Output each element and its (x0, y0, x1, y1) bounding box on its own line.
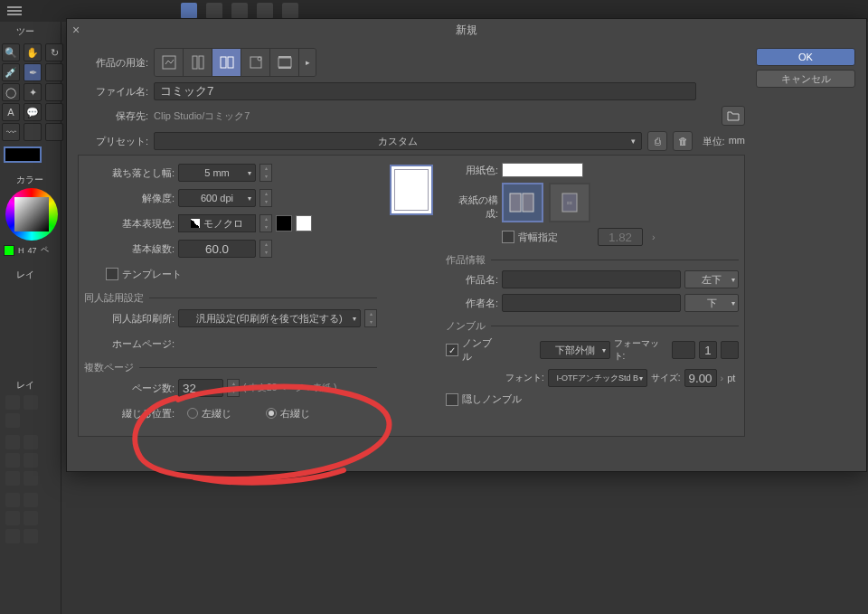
hidden-nombre-checkbox[interactable] (446, 393, 458, 406)
page-preview (390, 165, 433, 215)
tool-magnify-icon[interactable]: 🔍 (2, 43, 20, 61)
doujin-print-select[interactable]: 汎用設定(印刷所を後で指定する) (178, 309, 361, 327)
doujin-print-spinner[interactable]: ▴▾ (364, 309, 377, 327)
preset-save-button[interactable]: ⎙ (647, 131, 667, 151)
font-size-input[interactable] (684, 369, 717, 387)
tool-wand-icon[interactable]: ✦ (24, 83, 42, 101)
tool-grid: 🔍 ✋ ↻ 💉 ✒ ◯ ✦ A 💬 〰 (0, 42, 61, 143)
bleed-spinner[interactable]: ▴▾ (259, 164, 272, 182)
browse-folder-button[interactable] (722, 106, 745, 126)
purpose-more-icon[interactable]: ▸ (299, 49, 316, 76)
sub-color-swatch[interactable] (4, 245, 14, 256)
filename-input[interactable] (154, 82, 696, 100)
layer-btn-1[interactable] (5, 395, 20, 410)
work-name-input[interactable] (502, 270, 681, 288)
toolbar-icon-5[interactable] (282, 3, 298, 19)
bleed-select[interactable]: 5 mm (178, 164, 256, 182)
preset-label: プリセット: (78, 135, 148, 148)
tool-brush-icon[interactable]: 〰 (2, 123, 20, 141)
purpose-comic-icon[interactable] (212, 49, 241, 76)
template-checkbox[interactable] (106, 268, 118, 280)
cover-option-spread[interactable] (502, 183, 543, 222)
font-select[interactable]: I-OTFアンチックStd B (548, 369, 647, 387)
color-black-swatch[interactable] (276, 215, 292, 231)
tool-balloon-icon[interactable]: 💬 (24, 103, 42, 121)
layer-btn-12[interactable] (5, 511, 20, 525)
cover-label: 表紙の構成: (446, 183, 498, 221)
spine-more-icon[interactable]: › (652, 231, 656, 242)
layer-btn-4[interactable] (5, 435, 20, 449)
page-count-input[interactable] (178, 379, 223, 397)
layer-btn-3[interactable] (5, 413, 20, 428)
tool-lasso-icon[interactable]: ◯ (2, 83, 20, 101)
menu-hamburger-icon[interactable] (7, 4, 22, 18)
size-more-icon[interactable]: › (721, 373, 724, 383)
preset-delete-button[interactable]: 🗑 (673, 131, 693, 151)
cancel-button[interactable]: キャンセル (756, 70, 855, 88)
color-mode-select[interactable]: モノクロ (178, 214, 256, 232)
resolution-select[interactable]: 600 dpi (178, 189, 256, 207)
tool-rotate-icon[interactable]: ↻ (45, 43, 63, 61)
layer-btn-2[interactable] (24, 395, 38, 410)
tool-empty-4[interactable] (24, 123, 42, 141)
layer-btn-5[interactable] (24, 435, 38, 449)
work-name-label: 作品名: (446, 273, 498, 287)
paper-color-swatch[interactable] (502, 163, 583, 177)
spine-checkbox[interactable] (502, 231, 514, 243)
color-mode-spinner[interactable]: ▴▾ (259, 214, 272, 232)
line-count-label: 基本線数: (84, 242, 175, 256)
layer-btn-15[interactable] (24, 529, 38, 543)
tool-eyedropper-icon[interactable]: 💉 (2, 63, 20, 81)
toolbar-icon-4[interactable] (257, 3, 273, 19)
tool-hand-icon[interactable]: ✋ (24, 43, 42, 61)
color-white-swatch[interactable] (296, 215, 312, 231)
tool-empty-5[interactable] (45, 123, 63, 141)
nombre-position-select[interactable]: 下部外側 (540, 341, 610, 359)
toolbar-icon-3[interactable] (231, 3, 248, 19)
purpose-illustration-icon[interactable] (155, 49, 184, 76)
purpose-animation-icon[interactable] (270, 49, 299, 76)
svg-rect-3 (221, 57, 226, 68)
toolbar-icon-2[interactable] (206, 3, 222, 19)
svg-rect-0 (163, 56, 175, 69)
toolbar-icon-1[interactable] (181, 3, 197, 19)
svg-rect-11 (523, 194, 533, 212)
layer-btn-9[interactable] (24, 471, 38, 486)
ok-button[interactable]: OK (756, 48, 855, 66)
nombre-suffix-input[interactable] (721, 341, 739, 359)
work-name-position-select[interactable]: 左下 (684, 270, 739, 288)
purpose-webtoon-icon[interactable] (184, 49, 212, 76)
layer-btn-10[interactable] (5, 493, 20, 507)
layer-btn-11[interactable] (24, 493, 38, 507)
tool-empty-3[interactable] (45, 103, 63, 121)
svg-rect-1 (193, 56, 197, 69)
nombre-start-input[interactable] (699, 341, 717, 359)
line-count-spinner[interactable]: ▴▾ (259, 240, 272, 258)
layer-btn-8[interactable] (5, 471, 20, 486)
preset-select[interactable]: カスタム (154, 132, 642, 150)
layer-btn-6[interactable] (5, 453, 20, 468)
nombre-checkbox[interactable] (446, 344, 458, 356)
author-position-select[interactable]: 下 (684, 294, 739, 312)
layer-btn-13[interactable] (24, 511, 38, 525)
author-input[interactable] (502, 294, 681, 312)
bind-right-radio[interactable] (266, 408, 277, 419)
bind-left-radio[interactable] (187, 408, 198, 419)
line-count-input[interactable] (178, 240, 256, 258)
purpose-print-icon[interactable] (241, 49, 270, 76)
layer-btn-14[interactable] (5, 529, 20, 543)
close-icon[interactable]: × (72, 23, 85, 35)
tool-empty-1[interactable] (45, 63, 63, 81)
color-wheel[interactable] (5, 188, 58, 241)
bind-left-option[interactable]: 左綴じ (187, 407, 231, 420)
tool-text-icon[interactable]: A (2, 103, 20, 121)
layer-btn-7[interactable] (24, 453, 38, 468)
tool-empty-2[interactable] (45, 83, 63, 101)
page-count-spinner[interactable]: ▴▾ (227, 379, 240, 397)
bind-right-option[interactable]: 右綴じ (266, 407, 310, 420)
nombre-format-input[interactable] (672, 341, 695, 359)
tool-pen-icon[interactable]: ✒ (24, 63, 42, 81)
foreground-color-swatch[interactable] (4, 146, 42, 163)
resolution-spinner[interactable]: ▴▾ (259, 189, 272, 207)
cover-option-single[interactable]: ≡≡ (549, 183, 590, 222)
